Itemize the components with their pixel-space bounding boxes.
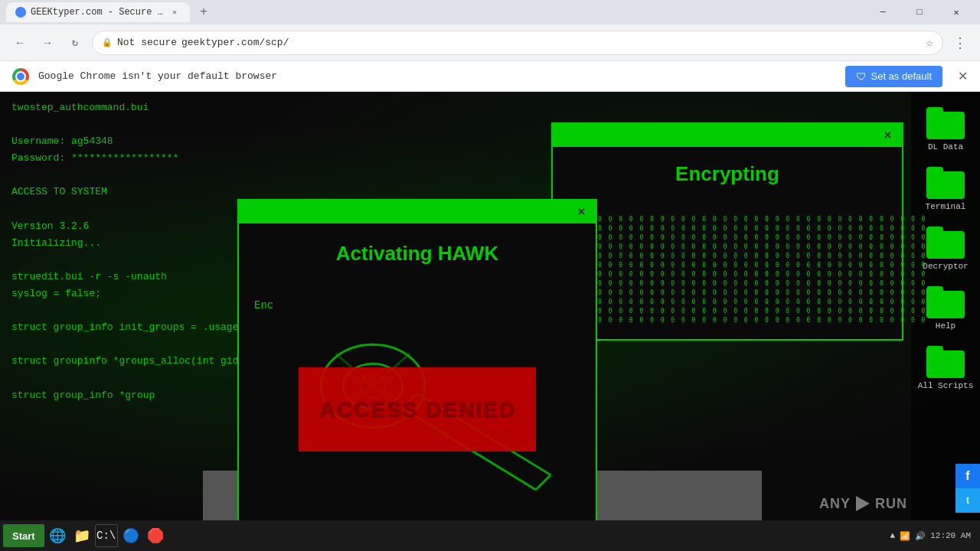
twitter-icon[interactable]: t bbox=[956, 488, 980, 513]
tab-close-button[interactable]: ✕ bbox=[168, 6, 181, 18]
binary-row: 0 0 0 0 0 0 0 0 0 0 0 0 0 0 0 0 0 0 0 0 … bbox=[567, 289, 888, 298]
sidebar-item-terminal[interactable]: Terminal bbox=[926, 167, 966, 211]
encrypting-modal-title: Encrypting bbox=[553, 147, 902, 201]
chrome-logo-icon bbox=[12, 68, 29, 85]
terminal-line bbox=[11, 116, 292, 133]
anyrun-watermark: ANY RUN bbox=[819, 494, 907, 513]
bookmark-icon[interactable]: ☆ bbox=[926, 35, 933, 51]
default-browser-message: Google Chrome isn't your default browser bbox=[38, 70, 836, 82]
social-icons: f t bbox=[956, 464, 980, 513]
sidebar-item-dl-data[interactable]: DL Data bbox=[926, 107, 965, 152]
chrome-browser: GEEKtyper.com - Secure Co... ✕ + — □ ✕ ←… bbox=[0, 0, 980, 551]
facebook-icon[interactable]: f bbox=[956, 464, 980, 488]
security-label: Not secure bbox=[117, 37, 177, 48]
hawk-modal-body: Enc bbox=[239, 284, 596, 535]
access-denied-text: ACCESS DENIED bbox=[319, 397, 515, 422]
sidebar-label-terminal: Terminal bbox=[926, 202, 966, 211]
address-bar: ← → ↻ 🔒 Not secure geektyper.com/scp/ ☆ … bbox=[0, 24, 980, 61]
hawk-modal-title: Activating HAWK bbox=[239, 223, 596, 284]
sidebar-label-decryptor: Decryptor bbox=[923, 262, 968, 271]
lock-icon: 🔒 bbox=[102, 37, 113, 47]
terminal-line: Password: ****************** bbox=[11, 150, 292, 167]
binary-row: 0 0 0 0 0 0 0 0 0 0 0 0 0 0 0 0 0 0 0 0 … bbox=[567, 261, 888, 270]
encrypting-modal-header: × bbox=[553, 124, 902, 147]
shield-icon: 🛡 bbox=[856, 70, 867, 83]
binary-row: 0 0 0 0 0 0 0 0 0 0 0 0 0 0 0 0 0 0 0 0 … bbox=[567, 316, 888, 325]
new-tab-button[interactable]: + bbox=[193, 2, 214, 23]
folder-icon bbox=[926, 107, 965, 139]
tab-favicon bbox=[15, 7, 26, 18]
folder-icon bbox=[926, 346, 965, 378]
set-as-default-button[interactable]: 🛡 Set as default bbox=[845, 66, 943, 87]
taskbar-show-hidden-icon: ▲ bbox=[890, 531, 896, 540]
binary-row: 0 0 0 0 0 0 0 0 0 0 0 0 0 0 0 0 0 0 0 0 … bbox=[567, 279, 888, 289]
anyrun-play-icon bbox=[854, 494, 872, 513]
browser-tab[interactable]: GEEKtyper.com - Secure Co... ✕ bbox=[6, 2, 190, 22]
encrypting-modal-close-button[interactable]: × bbox=[880, 127, 896, 144]
terminal-line: Username: ag54348 bbox=[11, 133, 292, 150]
taskbar-chrome-icon[interactable]: 🔵 bbox=[119, 524, 142, 547]
hawk-modal: × Activating HAWK Enc bbox=[237, 199, 597, 536]
sidebar-label-all-scripts: All Scripts bbox=[918, 381, 974, 390]
taskbar: Start 🌐 📁 C:\ 🔵 🛑 ▲ 📶 🔊 12:20 AM bbox=[0, 520, 980, 551]
binary-row: 0 0 0 0 0 0 0 0 0 0 0 0 0 0 0 0 0 0 0 0 … bbox=[567, 270, 888, 279]
sidebar-item-decryptor[interactable]: Decryptor bbox=[923, 227, 968, 271]
taskbar-ie-icon[interactable]: 🌐 bbox=[46, 524, 69, 547]
folder-body bbox=[926, 231, 965, 259]
forward-button[interactable]: → bbox=[37, 32, 58, 54]
binary-row: 0 0 0 0 0 0 0 0 0 0 0 0 0 0 0 0 0 0 0 0 … bbox=[567, 243, 888, 252]
maximize-button[interactable]: □ bbox=[902, 0, 937, 24]
binary-row: 0 0 0 0 0 0 0 0 0 0 0 0 0 0 0 0 0 0 0 0 … bbox=[567, 224, 888, 233]
encrypting-modal-body: 0 0 0 0 0 0 0 0 0 0 0 0 0 0 0 0 0 0 0 0 … bbox=[553, 201, 902, 339]
taskbar-stop-icon[interactable]: 🛑 bbox=[144, 524, 167, 547]
folder-body bbox=[926, 350, 965, 378]
anyrun-text: ANY bbox=[819, 496, 851, 512]
sidebar-item-help[interactable]: Help bbox=[926, 286, 965, 331]
back-button[interactable]: ← bbox=[9, 32, 31, 54]
svg-marker-11 bbox=[856, 496, 870, 511]
folder-body bbox=[926, 112, 965, 139]
sidebar-label-help: Help bbox=[936, 321, 956, 331]
taskbar-right: ▲ 📶 🔊 12:20 AM bbox=[890, 531, 977, 541]
binary-row: 0 0 0 0 0 0 0 0 0 0 0 0 0 0 0 0 0 0 0 0 … bbox=[567, 233, 888, 243]
taskbar-network-icon: 📶 bbox=[900, 531, 910, 541]
minimize-button[interactable]: — bbox=[865, 0, 900, 24]
hawk-modal-close-button[interactable]: × bbox=[573, 204, 590, 220]
hawk-enc-text: Enc bbox=[254, 299, 273, 311]
folder-body bbox=[926, 171, 965, 199]
folder-icon bbox=[926, 227, 965, 259]
folder-icon bbox=[926, 286, 965, 318]
binary-grid: 0 0 0 0 0 0 0 0 0 0 0 0 0 0 0 0 0 0 0 0 … bbox=[560, 209, 894, 331]
binary-row: 0 0 0 0 0 0 0 0 0 0 0 0 0 0 0 0 0 0 0 0 … bbox=[567, 252, 888, 261]
browser-content: twostep_authcommand.bui Username: ag5434… bbox=[0, 92, 980, 551]
title-bar: GEEKtyper.com - Secure Co... ✕ + — □ ✕ bbox=[0, 0, 980, 24]
taskbar-cmd-icon[interactable]: C:\ bbox=[95, 524, 118, 547]
sidebar-item-all-scripts[interactable]: All Scripts bbox=[918, 346, 974, 390]
access-denied-overlay: ACCESS DENIED bbox=[299, 367, 536, 452]
tab-title: GEEKtyper.com - Secure Co... bbox=[31, 7, 164, 18]
taskbar-volume-icon: 🔊 bbox=[915, 531, 926, 541]
folder-body bbox=[926, 291, 965, 318]
close-button[interactable]: ✕ bbox=[939, 0, 974, 24]
set-default-label: Set as default bbox=[871, 70, 933, 82]
taskbar-folder-icon[interactable]: 📁 bbox=[70, 524, 93, 547]
url-bar[interactable]: 🔒 Not secure geektyper.com/scp/ ☆ bbox=[92, 31, 943, 55]
binary-row: 0 0 0 0 0 0 0 0 0 0 0 0 0 0 0 0 0 0 0 0 … bbox=[567, 215, 888, 224]
start-button[interactable]: Start bbox=[3, 524, 44, 547]
window-controls: — □ ✕ bbox=[865, 0, 974, 24]
anyrun-run-text: RUN bbox=[875, 496, 907, 512]
binary-row: 0 0 0 0 0 0 0 0 0 0 0 0 0 0 0 0 0 0 0 0 … bbox=[567, 298, 888, 307]
refresh-button[interactable]: ↻ bbox=[64, 32, 86, 54]
encrypting-modal: × Encrypting 0 0 0 0 0 0 0 0 0 0 0 0 0 0… bbox=[551, 122, 903, 341]
terminal-line bbox=[11, 167, 292, 184]
terminal-line: twostep_authcommand.bui bbox=[11, 99, 292, 116]
folder-icon bbox=[926, 167, 965, 199]
default-browser-bar: Google Chrome isn't your default browser… bbox=[0, 61, 980, 92]
play-icon-svg bbox=[854, 494, 872, 513]
sidebar-label-dl-data: DL Data bbox=[928, 142, 963, 152]
binary-row: 0 0 0 0 0 0 0 0 0 0 0 0 0 0 0 0 0 0 0 0 … bbox=[567, 307, 888, 316]
chrome-menu-button[interactable]: ⋮ bbox=[949, 32, 971, 54]
dismiss-default-bar-button[interactable]: ✕ bbox=[958, 69, 968, 83]
url-text: geektyper.com/scp/ bbox=[181, 37, 289, 48]
hawk-modal-header: × bbox=[239, 201, 596, 223]
